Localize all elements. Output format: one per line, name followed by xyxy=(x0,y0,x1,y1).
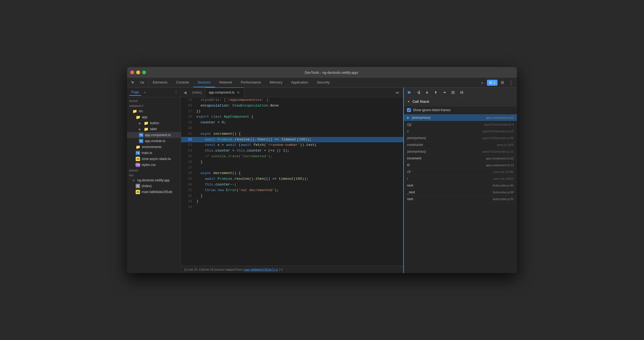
code-line: 24 this.counter = this.counter + (+x || … xyxy=(181,148,403,154)
devtools-tabbar: Elements Console Sources Network Perform… xyxy=(127,78,517,88)
editor-tab-app-component[interactable]: app.component.ts ✕ xyxy=(206,88,244,97)
call-stack-panel: ▼ Call Stack Show ignore-listed frames ▶… xyxy=(404,97,517,273)
sidebar-item-ng-devtools[interactable]: ▼ ng-devtools.netlify.app xyxy=(127,178,181,183)
code-line: 20 xyxy=(181,126,403,131)
window-title: DevTools - ng-devtools.netlify.app/ xyxy=(149,70,514,75)
code-line-highlighted: 22 await Promise.resolve().then(() => ti… xyxy=(181,137,403,143)
folder-icon: 📁 xyxy=(144,121,148,125)
call-stack-item[interactable]: (anonymous) asyncToGenerator.js:21 xyxy=(404,148,517,155)
call-stack-item[interactable]: (anonymous) asyncToGenerator.js:32 xyxy=(404,135,517,142)
sidebar-item-styles-css[interactable]: CSS styles.css xyxy=(127,162,181,168)
inspect-element-button[interactable] xyxy=(129,79,137,86)
code-line: 21 async increment() { xyxy=(181,131,403,137)
call-stack-item[interactable]: i core.mjs:15815 xyxy=(404,175,517,182)
status-text: Line 22, Column 19 (source mapped from xyxy=(187,268,242,271)
call-stack-item[interactable]: _next Subscriber.js:60 xyxy=(404,189,517,196)
code-line: 17 }) xyxy=(181,109,403,114)
call-stack-item[interactable]: constructor zone.js:1429 xyxy=(404,142,517,148)
tab-memory[interactable]: Memory xyxy=(265,78,287,87)
call-stack-item[interactable]: next Subscriber.js:91 xyxy=(404,182,517,189)
tab-performance[interactable]: Performance xyxy=(236,78,265,87)
html-file-icon: H xyxy=(136,184,140,188)
resume-button[interactable] xyxy=(406,89,414,96)
tab-application[interactable]: Application xyxy=(287,78,313,87)
folder-icon: 📁 xyxy=(136,115,140,119)
sidebar-menu-button[interactable]: ⋮ xyxy=(173,90,179,95)
tab-close-button[interactable]: ✕ xyxy=(236,90,240,95)
navigate-back-button[interactable]: ◀ xyxy=(181,88,189,97)
list-item[interactable]: webpack:// xyxy=(127,103,181,108)
current-frame-icon: ▶ xyxy=(407,116,409,120)
more-tabs-button[interactable]: » xyxy=(478,79,486,86)
pause-on-exceptions-button[interactable] xyxy=(458,89,466,96)
editor-tab-index[interactable]: (index) xyxy=(189,88,206,97)
step-into-button[interactable] xyxy=(423,89,431,96)
more-options-button[interactable]: ⋮ xyxy=(507,79,515,86)
folder-icon: 📁 xyxy=(136,145,140,149)
sidebar-item-label[interactable]: ▶ 📁 label xyxy=(127,126,181,132)
format-icon[interactable]: {} xyxy=(184,268,186,271)
go-to-beginning-button[interactable]: ⏮ xyxy=(393,90,401,95)
list-item[interactable]: ployed xyxy=(127,168,181,173)
step-out-button[interactable] xyxy=(432,89,440,96)
toolbar-right: » 1 ⚙ ⋮ xyxy=(476,78,517,87)
main-tabs: Elements Console Sources Network Perform… xyxy=(148,78,476,87)
js-file-icon: JS xyxy=(136,157,140,161)
sidebar-tab-page[interactable]: Page xyxy=(129,89,141,96)
sidebar-item-app[interactable]: 📁 app xyxy=(127,114,181,120)
call-stack-item[interactable]: s asyncToGenerator.js:25 xyxy=(404,128,517,135)
device-toolbar-button[interactable] xyxy=(138,79,146,86)
sidebar-more-tabs[interactable]: » xyxy=(142,90,148,95)
typescript-file-icon: TS xyxy=(139,133,143,137)
close-button[interactable] xyxy=(130,70,134,74)
call-stack-header[interactable]: ▼ Call Stack xyxy=(404,97,517,106)
call-stack-item[interactable]: next Subscriber.js:31 xyxy=(404,196,517,203)
sidebar-item-app-component-ts[interactable]: TS app.component.ts xyxy=(127,132,181,138)
code-line: 25 // console.trace('incremented'); xyxy=(181,154,403,159)
editor-area: ◀ (index) app.component.ts ✕ ⏮ 15 styleU… xyxy=(181,88,403,273)
file-tree: thored webpack:// 📁 src 📁 app ▶ 📁 bu xyxy=(127,97,181,273)
call-stack-item[interactable]: Qg asyncToGenerator.js:3 xyxy=(404,121,517,128)
tab-sources[interactable]: Sources xyxy=(193,78,215,87)
code-line: 34 xyxy=(181,204,403,210)
css-file-icon: CSS xyxy=(136,163,140,167)
code-line: 15 styleUrls: ['/appcomponentcss' ]; xyxy=(181,97,403,103)
maximize-button[interactable] xyxy=(142,70,146,74)
list-item[interactable]: thored xyxy=(127,98,181,103)
call-stack-item[interactable]: i0 app.component.ts:13 xyxy=(404,162,517,169)
sidebar-item-main-ts[interactable]: TS main.ts xyxy=(127,150,181,156)
sidebar-item-src[interactable]: 📁 src xyxy=(127,108,181,114)
code-editor[interactable]: 15 styleUrls: ['/appcomponentcss' ]; 16 … xyxy=(181,97,403,265)
sidebar-item-app-module-ts[interactable]: TS app.module.ts xyxy=(127,138,181,144)
chevron-right-icon: ▼ xyxy=(132,179,136,182)
sidebar-item-main-fa8[interactable]: JS main.fa8bfa0e23f1eb xyxy=(127,189,181,195)
code-line: 30 this.counter--; xyxy=(181,182,403,188)
list-item[interactable]: top xyxy=(127,173,181,178)
tab-elements[interactable]: Elements xyxy=(148,78,172,87)
sidebar-item-zone-async[interactable]: JS zone-async-stack-ta xyxy=(127,156,181,162)
source-map-link[interactable]: main.fa8bfa0e23f1eb71.js xyxy=(243,268,278,271)
step-button[interactable] xyxy=(441,89,448,96)
messages-badge[interactable]: 1 xyxy=(487,80,497,86)
call-stack-item[interactable]: increment app.component.ts:21 xyxy=(404,155,517,162)
chevron-right-icon: ▶ xyxy=(139,122,142,125)
settings-button[interactable]: ⚙ xyxy=(499,79,506,86)
show-ignore-frames-checkbox[interactable] xyxy=(407,108,411,112)
file-sidebar: Page » ⋮ thored webpack:// � xyxy=(127,88,181,273)
call-stack-item[interactable]: Of core.mjs:15780 xyxy=(404,169,517,175)
deactivate-breakpoints-button[interactable] xyxy=(449,89,457,96)
svg-rect-1 xyxy=(143,82,144,83)
tab-security[interactable]: Security xyxy=(313,78,334,87)
sidebar-header: Page » ⋮ xyxy=(127,88,181,97)
sidebar-item-environments[interactable]: 📁 environments xyxy=(127,144,181,150)
tab-network[interactable]: Network xyxy=(215,78,237,87)
call-stack-item[interactable]: ▶ (anonymous) app.component.ts:22 xyxy=(404,114,517,121)
tab-console[interactable]: Console xyxy=(172,78,193,87)
sidebar-item-button[interactable]: ▶ 📁 button xyxy=(127,120,181,126)
call-stack-title: Call Stack xyxy=(412,100,429,104)
minimize-button[interactable] xyxy=(136,70,140,74)
code-line: 31 throw new Error('not decremented'); xyxy=(181,188,403,193)
sidebar-item-index[interactable]: H (index) xyxy=(127,183,181,189)
step-over-button[interactable] xyxy=(415,89,422,96)
right-panel: ▼ Call Stack Show ignore-listed frames ▶… xyxy=(403,88,517,273)
